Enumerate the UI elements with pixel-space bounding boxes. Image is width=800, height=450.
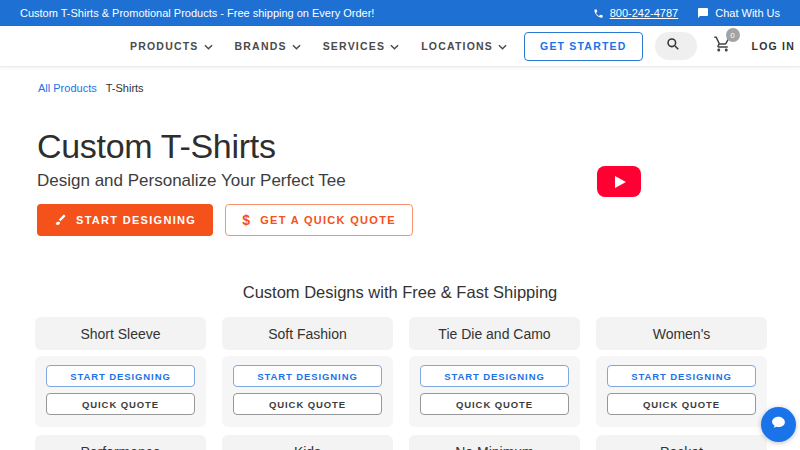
card-start-designing-button[interactable]: START DESIGNING <box>46 365 195 387</box>
nav-item-label: SERVICES <box>323 40 386 52</box>
nav-item-brands[interactable]: BRANDS <box>235 40 301 52</box>
breadcrumb-current: T-Shirts <box>106 82 144 94</box>
category-card-pocket: Pocket <box>596 435 767 450</box>
chevron-down-icon <box>204 40 213 52</box>
cart-button[interactable]: 0 <box>713 35 732 57</box>
start-designing-label: START DESIGNING <box>76 214 196 226</box>
card-title: No Minimum <box>409 435 580 450</box>
chat-fab-button[interactable] <box>761 407 796 442</box>
phone-link[interactable]: 800-242-4787 <box>610 7 679 19</box>
chevron-down-icon <box>498 40 507 52</box>
card-start-designing-button[interactable]: START DESIGNING <box>607 365 756 387</box>
card-quick-quote-button[interactable]: QUICK QUOTE <box>607 393 756 415</box>
category-card-soft-fashion: Soft Fashion START DESIGNING QUICK QUOTE <box>222 317 393 427</box>
chat-with-us-link[interactable]: Chat With Us <box>715 7 780 19</box>
dollar-icon: $ <box>242 212 251 228</box>
quick-quote-button[interactable]: $ GET A QUICK QUOTE <box>225 204 413 236</box>
card-quick-quote-button[interactable]: QUICK QUOTE <box>420 393 569 415</box>
nav-item-label: PRODUCTS <box>130 40 199 52</box>
chat-bubble-icon <box>770 414 787 435</box>
card-title: Kids <box>222 435 393 450</box>
card-title: Soft Fashion <box>222 317 393 350</box>
breadcrumb: All Products T-Shirts <box>0 67 800 94</box>
promo-text: Custom T-Shirts & Promotional Products -… <box>20 7 374 19</box>
card-title: Performance <box>35 435 206 450</box>
category-card-kids: Kids <box>222 435 393 450</box>
main-navbar: PRODUCTS BRANDS SERVICES LOCATIONS GET S… <box>0 26 800 67</box>
category-card-short-sleeve: Short Sleeve START DESIGNING QUICK QUOTE <box>35 317 206 427</box>
nav-item-label: BRANDS <box>235 40 287 52</box>
hero-subtitle: Design and Personalize Your Perfect Tee <box>37 171 800 191</box>
nav-item-locations[interactable]: LOCATIONS <box>421 40 507 52</box>
quick-quote-label: GET A QUICK QUOTE <box>260 214 396 226</box>
start-designing-button[interactable]: START DESIGNING <box>37 204 213 236</box>
cart-count-badge: 0 <box>726 28 740 42</box>
cart-icon <box>713 39 732 56</box>
card-quick-quote-button[interactable]: QUICK QUOTE <box>233 393 382 415</box>
nav-item-services[interactable]: SERVICES <box>323 40 400 52</box>
section-heading: Custom Designs with Free & Fast Shipping <box>0 283 800 302</box>
card-start-designing-button[interactable]: START DESIGNING <box>420 365 569 387</box>
login-link[interactable]: LOG IN <box>752 40 795 52</box>
paintbrush-icon <box>54 213 67 228</box>
chevron-down-icon <box>292 40 301 52</box>
phone-icon <box>593 8 604 19</box>
category-card-womens: Women's START DESIGNING QUICK QUOTE <box>596 317 767 427</box>
search-icon <box>666 37 680 55</box>
nav-item-products[interactable]: PRODUCTS <box>130 40 213 52</box>
card-title: Women's <box>596 317 767 350</box>
nav-item-label: LOCATIONS <box>421 40 493 52</box>
category-card-tie-die-camo: Tie Die and Camo START DESIGNING QUICK Q… <box>409 317 580 427</box>
card-quick-quote-button[interactable]: QUICK QUOTE <box>46 393 195 415</box>
chevron-down-icon <box>390 40 399 52</box>
card-title: Pocket <box>596 435 767 450</box>
search-bar[interactable] <box>655 32 697 60</box>
get-started-button[interactable]: GET STARTED <box>524 32 643 61</box>
category-cards-row2: Performance Kids No Minimum Pocket <box>35 435 767 450</box>
card-start-designing-button[interactable]: START DESIGNING <box>233 365 382 387</box>
page-title: Custom T-Shirts <box>37 127 800 166</box>
youtube-play-icon <box>615 176 626 188</box>
category-card-no-minimum: No Minimum <box>409 435 580 450</box>
promo-topbar: Custom T-Shirts & Promotional Products -… <box>0 0 800 26</box>
card-title: Tie Die and Camo <box>409 317 580 350</box>
category-card-performance: Performance <box>35 435 206 450</box>
category-cards-row1: Short Sleeve START DESIGNING QUICK QUOTE… <box>35 317 767 427</box>
hero-section: Custom T-Shirts Design and Personalize Y… <box>0 94 800 236</box>
card-title: Short Sleeve <box>35 317 206 350</box>
chat-bubble-icon <box>697 7 709 19</box>
youtube-play-button[interactable] <box>597 166 641 197</box>
nav-menu: PRODUCTS BRANDS SERVICES LOCATIONS <box>130 40 507 52</box>
breadcrumb-all-products[interactable]: All Products <box>38 82 97 94</box>
